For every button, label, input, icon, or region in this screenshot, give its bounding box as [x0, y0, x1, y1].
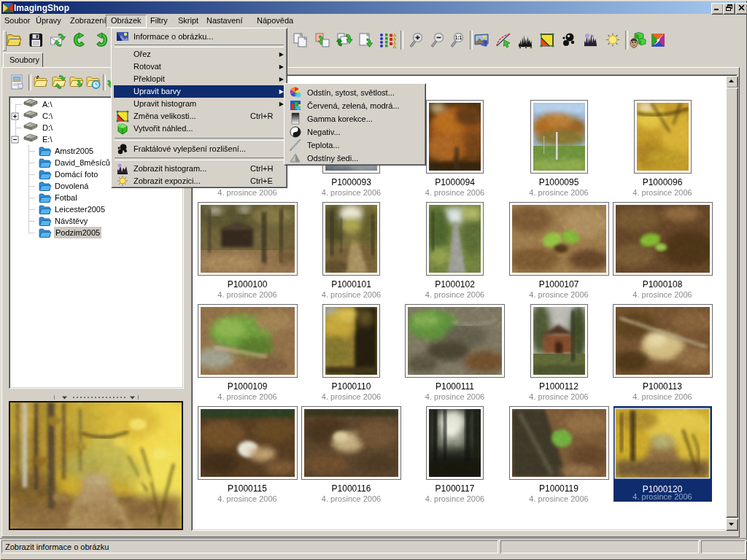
svg-text:1:1: 1:1: [455, 35, 462, 40]
